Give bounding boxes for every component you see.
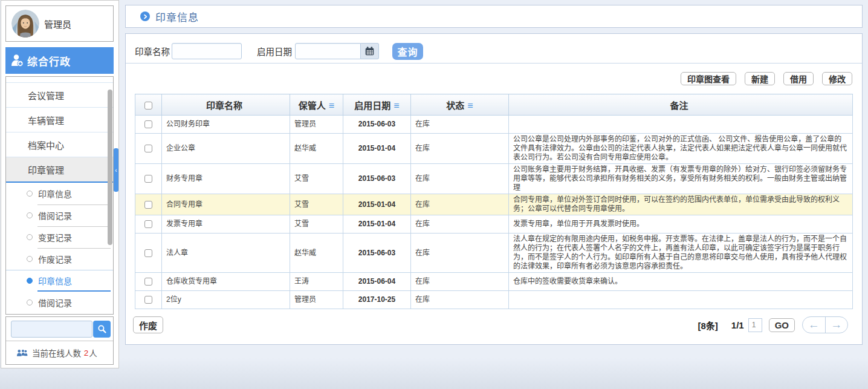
next-page-button[interactable]: → bbox=[826, 317, 848, 333]
status-cell: 在库 bbox=[411, 164, 509, 194]
row-checkbox[interactable] bbox=[144, 220, 152, 228]
row-checkbox[interactable] bbox=[144, 201, 152, 209]
enable-date-cell: 2015-01-04 bbox=[343, 134, 411, 164]
column-header[interactable]: 启用日期≡ bbox=[343, 94, 411, 116]
prev-page-button[interactable]: ← bbox=[803, 317, 826, 333]
filter-bar: 印章名称 启用日期 查询 bbox=[126, 34, 862, 64]
submenu-item[interactable]: 借阅记录 bbox=[6, 204, 113, 226]
row-checkbox[interactable] bbox=[144, 296, 152, 304]
status-cell: 在库 bbox=[411, 234, 509, 273]
submenu-item-label: 借阅记录 bbox=[38, 296, 72, 309]
action-button[interactable]: 印章图查看 bbox=[681, 72, 736, 85]
remark-cell: 公司公章是公司处理内外部事务的印鉴，公司对外的正式信函、 公司文件、报告使用公章… bbox=[509, 134, 853, 164]
seal-name-input[interactable] bbox=[172, 43, 242, 59]
menu-scrollbar-thumb[interactable] bbox=[108, 90, 112, 245]
column-header-label: 备注 bbox=[670, 100, 688, 111]
radio-dot-icon bbox=[27, 212, 33, 218]
sort-icon[interactable]: ≡ bbox=[394, 100, 399, 111]
select-all-header bbox=[135, 94, 162, 116]
menu-item[interactable]: 会议管理 bbox=[6, 82, 113, 107]
table-row[interactable]: 仓库收货专用章 王涛 2015-06-04 在库 仓库中的签收需要收货章来确认。 bbox=[135, 273, 853, 291]
date-group bbox=[295, 43, 379, 59]
enable-date-cell: 2015-06-03 bbox=[343, 234, 411, 273]
submenu-item[interactable]: 作废记录 bbox=[6, 248, 113, 270]
action-button[interactable]: 修改 bbox=[822, 72, 852, 85]
menu-item-label: 印章管理 bbox=[28, 163, 64, 176]
table-body: 公司财务印章 管理员 2015-06-03 在库 企业公章 赵华威 2015-0… bbox=[135, 116, 853, 309]
sidebar-collapse-tab[interactable]: ‹ bbox=[114, 148, 118, 192]
online-status: 当前在线人数 2人 bbox=[6, 341, 113, 364]
page-number-input[interactable] bbox=[748, 318, 762, 332]
row-checkbox[interactable] bbox=[144, 278, 152, 286]
avatar-photo bbox=[11, 10, 39, 38]
enable-date-cell: 2015-06-04 bbox=[343, 273, 411, 291]
enable-date-cell: 2015-06-03 bbox=[343, 116, 411, 134]
menu-item[interactable]: 车辆管理 bbox=[6, 107, 113, 132]
action-button[interactable]: 新建 bbox=[745, 72, 775, 85]
table-row[interactable]: 2位y 管理员 2017-10-25 在库 bbox=[135, 291, 853, 309]
pagination: [8条] 1/1 GO ← → bbox=[698, 316, 852, 333]
radio-dot-icon bbox=[27, 191, 33, 197]
menu-item[interactable]: 印章管理 bbox=[6, 157, 113, 183]
action-button-label: 借用 bbox=[790, 73, 807, 85]
sidebar-search-input[interactable] bbox=[11, 321, 92, 338]
sort-icon[interactable]: ≡ bbox=[467, 100, 473, 111]
submenu-item[interactable]: 印章信息 bbox=[6, 270, 113, 292]
keeper-cell: 艾雪 bbox=[290, 164, 343, 194]
table-row[interactable]: 公司财务印章 管理员 2015-06-03 在库 bbox=[135, 116, 853, 134]
row-checkbox[interactable] bbox=[144, 120, 152, 128]
seal-name-cell: 仓库收货专用章 bbox=[162, 273, 290, 291]
column-header[interactable]: 状态≡ bbox=[411, 94, 509, 116]
row-checkbox[interactable] bbox=[144, 175, 152, 183]
column-header[interactable]: 印章名称 bbox=[162, 94, 290, 116]
menu-item[interactable]: 档案中心 bbox=[6, 132, 113, 157]
table-header-row: 印章名称 保管人≡ 启用日期≡ 状态≡ 备注 bbox=[135, 94, 853, 116]
table-row[interactable]: 企业公章 赵华威 2015-01-04 在库 公司公章是公司处理内外部事务的印鉴… bbox=[135, 134, 853, 164]
keeper-cell: 管理员 bbox=[290, 291, 343, 309]
calendar-button[interactable] bbox=[361, 43, 379, 59]
seal-name-cell: 发票专用章 bbox=[162, 215, 290, 234]
status-cell: 在库 bbox=[411, 215, 509, 234]
column-header[interactable]: 保管人≡ bbox=[290, 94, 343, 116]
submenu-item[interactable]: 借阅记录 bbox=[6, 292, 113, 313]
collapse-icon: ‹ bbox=[115, 167, 117, 174]
submenu-separator bbox=[37, 226, 111, 227]
table-row[interactable]: 法人章 赵华威 2015-06-03 在库 法人章在规定的有限用途内使用，如税务… bbox=[135, 234, 853, 273]
row-checkbox[interactable] bbox=[144, 249, 152, 257]
remark-cell: 公司账务章主要用于财务结算，开具收据、发票（有发票专用章的除外）给对方、银行印签… bbox=[509, 164, 853, 194]
calendar-icon bbox=[364, 46, 375, 56]
title-chevron-icon bbox=[140, 11, 150, 21]
row-checkbox[interactable] bbox=[144, 145, 152, 152]
column-header-label: 启用日期 bbox=[354, 100, 390, 111]
keeper-cell: 艾雪 bbox=[290, 215, 343, 234]
void-button[interactable]: 作废 bbox=[133, 316, 163, 333]
table-row[interactable]: 发票专用章 艾雪 2015-01-04 在库 发票专用章，单位用于开具发票时使用… bbox=[135, 215, 853, 234]
enable-date-input[interactable] bbox=[295, 43, 361, 59]
status-cell: 在库 bbox=[411, 194, 509, 215]
radio-dot-icon bbox=[27, 299, 33, 306]
status-cell: 在库 bbox=[411, 273, 509, 291]
select-all-checkbox[interactable] bbox=[144, 102, 152, 110]
sidebar-section-header[interactable]: 综合行政 bbox=[5, 47, 114, 74]
action-button-label: 印章图查看 bbox=[687, 73, 730, 85]
query-button[interactable]: 查询 bbox=[392, 43, 423, 60]
user-name: 管理员 bbox=[44, 18, 71, 30]
submenu-item[interactable]: 印章信息 bbox=[6, 183, 113, 204]
enable-date-label: 启用日期 bbox=[257, 45, 292, 57]
keeper-cell: 管理员 bbox=[290, 116, 343, 134]
column-header[interactable]: 备注 bbox=[509, 94, 853, 116]
sort-icon[interactable]: ≡ bbox=[329, 100, 334, 111]
table-row[interactable]: 合同专用章 艾雪 2015-01-04 在库 合同专用章，单位对外签订合同时使用… bbox=[135, 194, 853, 215]
enable-date-cell: 2015-01-04 bbox=[343, 215, 411, 234]
radio-dot-icon bbox=[27, 256, 33, 262]
action-button[interactable]: 借用 bbox=[783, 72, 814, 85]
action-button-label: 新建 bbox=[751, 73, 768, 85]
search-icon bbox=[97, 324, 107, 334]
table-row[interactable]: 财务专用章 艾雪 2015-06-03 在库 公司账务章主要用于财务结算，开具收… bbox=[135, 164, 853, 194]
sidebar-search-button[interactable] bbox=[93, 321, 111, 338]
go-button[interactable]: GO bbox=[769, 318, 795, 332]
menu-list: 会议管理 车辆管理 档案中心 印章管理 bbox=[6, 82, 113, 183]
submenu-separator bbox=[37, 204, 111, 205]
submenu-item[interactable]: 变更记录 bbox=[6, 226, 113, 248]
seal-name-cell: 财务专用章 bbox=[162, 164, 290, 194]
